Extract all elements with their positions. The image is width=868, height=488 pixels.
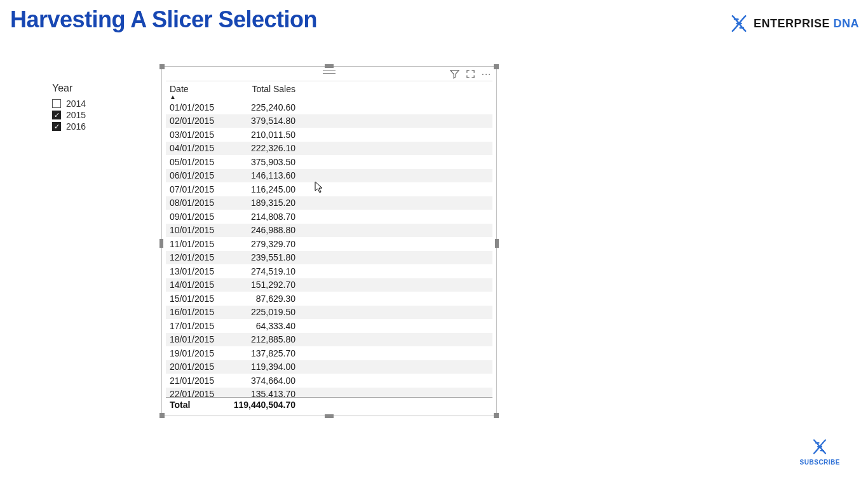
cell-sales: 225,019.50 <box>224 307 295 317</box>
resize-handle[interactable] <box>494 413 499 418</box>
cell-sales: 116,245.00 <box>224 184 295 194</box>
cell-sales: 239,551.80 <box>224 252 295 262</box>
dna-icon <box>728 13 750 34</box>
table-row[interactable]: 17/01/201564,333.40 <box>166 319 492 333</box>
table-row[interactable]: 20/01/2015119,394.00 <box>166 360 492 374</box>
cell-sales: 64,333.40 <box>224 321 295 331</box>
resize-handle[interactable] <box>495 239 499 248</box>
cell-date: 07/01/2015 <box>170 184 224 194</box>
table-row[interactable]: 04/01/2015222,326.10 <box>166 142 492 156</box>
cell-date: 08/01/2015 <box>170 198 224 208</box>
cell-sales: 225,240.60 <box>224 102 295 112</box>
cell-sales: 212,885.80 <box>224 334 295 344</box>
slicer-item[interactable]: 2014 <box>52 98 141 109</box>
table-row[interactable]: 01/01/2015225,240.60 <box>166 100 492 114</box>
cell-date: 18/01/2015 <box>170 334 224 344</box>
more-options-icon[interactable]: ··· <box>482 69 491 79</box>
table-row[interactable]: 15/01/201587,629.30 <box>166 292 492 306</box>
filter-icon[interactable] <box>450 69 459 79</box>
focus-mode-icon[interactable] <box>466 69 475 79</box>
cell-sales: 246,988.80 <box>224 225 295 235</box>
table-row[interactable]: 21/01/2015374,664.00 <box>166 374 492 388</box>
table-row[interactable]: 16/01/2015225,019.50 <box>166 306 492 320</box>
brand-text-enterprise: ENTERPRISE <box>754 17 834 30</box>
total-value: 119,440,504.70 <box>224 400 295 410</box>
cell-date: 09/01/2015 <box>170 212 224 222</box>
checkbox-icon[interactable]: ✓ <box>52 111 61 119</box>
cell-sales: 222,326.10 <box>224 143 295 153</box>
drag-handle-icon[interactable] <box>323 70 336 74</box>
slicer-item[interactable]: ✓2015 <box>52 109 141 121</box>
dna-icon <box>810 437 829 456</box>
table-row[interactable]: 22/01/2015135,413.70 <box>166 388 492 398</box>
cell-date: 16/01/2015 <box>170 307 224 317</box>
resize-handle[interactable] <box>159 239 163 248</box>
cell-sales: 87,629.30 <box>224 294 295 304</box>
subscribe-label: SUBSCRIBE <box>800 459 840 466</box>
table-row[interactable]: 18/01/2015212,885.80 <box>166 333 492 347</box>
table-visual[interactable]: ··· Date ▲ Total Sales 01/01/2015225,240… <box>161 66 497 416</box>
slicer-title: Year <box>52 83 141 94</box>
cell-sales: 189,315.20 <box>224 198 295 208</box>
column-header-date[interactable]: Date ▲ <box>170 84 224 94</box>
cell-sales: 379,514.80 <box>224 116 295 126</box>
cell-date: 10/01/2015 <box>170 225 224 235</box>
table-row[interactable]: 19/01/2015137,825.70 <box>166 346 492 360</box>
slicer-item[interactable]: ✓2016 <box>52 121 141 132</box>
cell-date: 15/01/2015 <box>170 294 224 304</box>
resize-handle[interactable] <box>325 414 334 418</box>
cell-sales: 210,011.50 <box>224 130 295 140</box>
sort-ascending-icon: ▲ <box>170 93 176 100</box>
brand-text-dna: DNA <box>834 17 860 30</box>
table-area: Date ▲ Total Sales 01/01/2015225,240.600… <box>166 81 492 412</box>
cell-date: 22/01/2015 <box>170 389 224 397</box>
table-row[interactable]: 11/01/2015279,329.70 <box>166 237 492 251</box>
cell-sales: 146,113.60 <box>224 170 295 180</box>
brand-logo: ENTERPRISE DNA <box>728 13 859 34</box>
table-row[interactable]: 12/01/2015239,551.80 <box>166 251 492 265</box>
table-row[interactable]: 13/01/2015274,519.10 <box>166 264 492 278</box>
cell-sales: 151,292.70 <box>224 280 295 290</box>
total-row: Total 119,440,504.70 <box>166 397 492 412</box>
cell-sales: 119,394.00 <box>224 362 295 372</box>
cell-sales: 137,825.70 <box>224 348 295 358</box>
cell-date: 05/01/2015 <box>170 157 224 167</box>
slicer-item-label: 2016 <box>66 121 86 132</box>
cell-sales: 274,519.10 <box>224 266 295 276</box>
table-row[interactable]: 03/01/2015210,011.50 <box>166 128 492 142</box>
table-rows-scroll[interactable]: 01/01/2015225,240.6002/01/2015379,514.80… <box>166 100 492 397</box>
cell-date: 12/01/2015 <box>170 252 224 262</box>
cell-sales: 374,664.00 <box>224 376 295 386</box>
cell-sales: 214,808.70 <box>224 212 295 222</box>
table-row[interactable]: 07/01/2015116,245.00 <box>166 182 492 196</box>
cell-date: 02/01/2015 <box>170 116 224 126</box>
cell-date: 19/01/2015 <box>170 348 224 358</box>
table-row[interactable]: 08/01/2015189,315.20 <box>166 196 492 210</box>
visual-header: ··· <box>162 67 496 81</box>
column-header-sales[interactable]: Total Sales <box>224 84 295 94</box>
column-headers: Date ▲ Total Sales <box>166 81 492 95</box>
cell-date: 04/01/2015 <box>170 143 224 153</box>
resize-handle[interactable] <box>159 413 165 418</box>
checkbox-icon[interactable]: ✓ <box>52 122 61 131</box>
checkbox-icon[interactable] <box>52 99 61 108</box>
table-row[interactable]: 09/01/2015214,808.70 <box>166 210 492 224</box>
table-row[interactable]: 05/01/2015375,903.50 <box>166 155 492 169</box>
cell-date: 20/01/2015 <box>170 362 224 372</box>
total-label: Total <box>170 400 224 410</box>
cell-date: 21/01/2015 <box>170 376 224 386</box>
cell-sales: 279,329.70 <box>224 239 295 249</box>
slicer-item-label: 2015 <box>66 110 86 120</box>
slicer-item-label: 2014 <box>66 98 86 109</box>
cell-date: 11/01/2015 <box>170 239 224 249</box>
cell-date: 17/01/2015 <box>170 321 224 331</box>
cell-date: 01/01/2015 <box>170 102 224 112</box>
table-row[interactable]: 14/01/2015151,292.70 <box>166 278 492 292</box>
cell-date: 14/01/2015 <box>170 280 224 290</box>
table-row[interactable]: 02/01/2015379,514.80 <box>166 114 492 128</box>
subscribe-badge[interactable]: SUBSCRIBE <box>800 437 840 466</box>
table-row[interactable]: 06/01/2015146,113.60 <box>166 169 492 183</box>
cell-date: 13/01/2015 <box>170 266 224 276</box>
column-header-date-label: Date <box>170 84 189 94</box>
table-row[interactable]: 10/01/2015246,988.80 <box>166 224 492 238</box>
